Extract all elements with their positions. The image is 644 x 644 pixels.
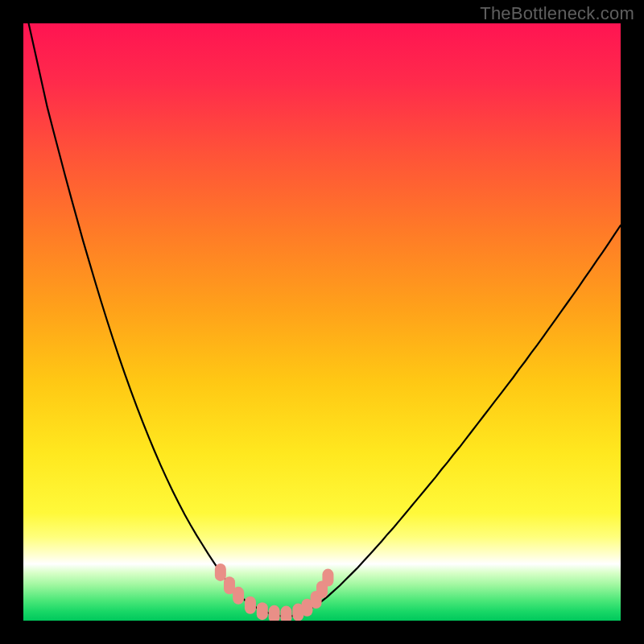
plot-svg [23, 23, 621, 621]
curve-marker [257, 602, 268, 620]
svg-rect-2 [233, 587, 244, 605]
svg-rect-6 [280, 606, 291, 621]
plot-background [23, 23, 621, 621]
curve-marker [245, 597, 256, 614]
svg-rect-5 [269, 605, 280, 621]
watermark-text: TheBottleneck.com [480, 3, 634, 24]
curve-marker [215, 564, 226, 581]
svg-rect-4 [257, 602, 268, 620]
curve-marker [269, 605, 280, 621]
bottleneck-plot [23, 23, 621, 621]
svg-rect-0 [215, 564, 226, 581]
svg-rect-11 [322, 569, 333, 587]
curve-marker [322, 569, 333, 587]
curve-marker [280, 606, 291, 621]
chart-frame: TheBottleneck.com [0, 0, 644, 644]
curve-marker [233, 587, 244, 605]
svg-rect-3 [245, 597, 256, 614]
